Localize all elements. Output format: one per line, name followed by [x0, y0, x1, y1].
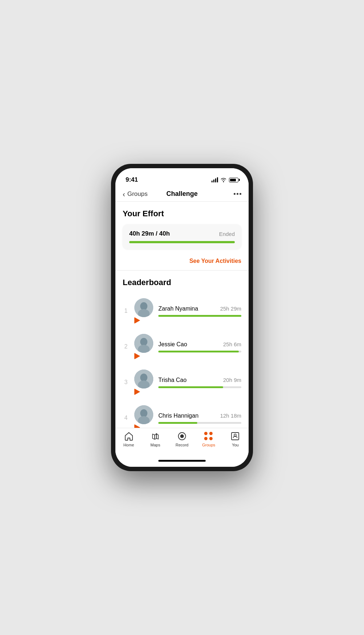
rank-number: 4 — [123, 415, 129, 421]
rank-number: 2 — [123, 343, 129, 350]
you-icon — [230, 431, 240, 441]
leaderboard-name: Chris Hannigan — [158, 413, 198, 419]
avatar — [134, 298, 153, 317]
effort-progress-bg — [129, 241, 235, 243]
effort-value: 40h 29m / 40h — [129, 230, 170, 237]
leaderboard-bar-fill — [158, 315, 241, 317]
tab-home[interactable]: Home — [115, 431, 142, 447]
tab-record[interactable]: Record — [169, 431, 195, 447]
status-icons — [211, 177, 238, 182]
leaderboard-time: 12h 18m — [220, 413, 241, 419]
svg-point-10 — [140, 409, 147, 417]
leaderboard-bar-bg — [158, 315, 241, 317]
avatar-image — [134, 334, 153, 353]
avatar — [134, 370, 153, 389]
signal-icon — [211, 177, 218, 182]
avatar-image — [134, 298, 153, 317]
tab-maps[interactable]: Maps — [142, 431, 169, 447]
leaderboard-section: Leaderboard — [115, 271, 249, 287]
leaderboard-info: Trisha Cao 20h 9m — [158, 377, 241, 388]
leaderboard-name: Trisha Cao — [158, 377, 187, 383]
groups-tab-label: Groups — [202, 443, 215, 447]
leaderboard-name: Zarah Nyamina — [158, 305, 198, 312]
svg-point-4 — [140, 338, 147, 346]
leaderboard-row[interactable]: 2 Jessie Cao 25h 6m — [115, 329, 249, 364]
effort-status: Ended — [219, 231, 235, 237]
you-tab-label: You — [232, 443, 239, 447]
phone-screen: 9:41 ‹ Groups Challenge — [115, 168, 249, 467]
leaderboard-name-row: Trisha Cao 20h 9m — [158, 377, 241, 383]
effort-goal: 40h — [159, 230, 170, 237]
svg-point-14 — [180, 434, 184, 438]
navigation-bar: ‹ Groups Challenge — [115, 186, 249, 202]
back-button[interactable]: ‹ Groups — [123, 190, 162, 198]
leaderboard-list: 1 Zarah Nyamina 25h 29m — [115, 293, 249, 428]
leaderboard-name-row: Chris Hannigan 12h 18m — [158, 413, 241, 419]
leaderboard-info: Jessie Cao 25h 6m — [158, 341, 241, 352]
effort-row: 40h 29m / 40h Ended — [129, 230, 235, 237]
leaderboard-row[interactable]: 1 Zarah Nyamina 25h 29m — [115, 293, 249, 329]
record-icon — [177, 431, 187, 441]
strava-badge-icon — [134, 317, 140, 324]
more-dot-3 — [240, 193, 241, 195]
groups-tab-icon — [203, 431, 214, 441]
effort-separator: / — [156, 230, 158, 237]
leaderboard-name-row: Zarah Nyamina 25h 29m — [158, 305, 241, 312]
home-bar — [158, 460, 206, 462]
svg-point-1 — [140, 302, 147, 310]
status-time: 9:41 — [126, 176, 138, 184]
leaderboard-row[interactable]: 3 Trisha Cao 20h 9m — [115, 364, 249, 400]
leaderboard-info: Chris Hannigan 12h 18m — [158, 413, 241, 424]
leaderboard-name-row: Jessie Cao 25h 6m — [158, 341, 241, 348]
more-button[interactable] — [202, 193, 241, 195]
battery-icon — [229, 178, 238, 182]
groups-icon — [204, 432, 213, 441]
avatar-wrap — [134, 334, 153, 359]
strava-badge-icon — [134, 389, 140, 395]
leaderboard-bar-fill — [158, 422, 197, 424]
tab-groups[interactable]: Groups — [195, 431, 222, 447]
effort-card: 40h 29m / 40h Ended — [123, 224, 241, 249]
leaderboard-title: Leaderboard — [123, 278, 241, 287]
leaderboard-bar-bg — [158, 386, 241, 388]
see-activities-link[interactable]: See Your Activities — [189, 258, 241, 264]
svg-point-7 — [140, 374, 147, 382]
leaderboard-bar-fill — [158, 351, 239, 352]
leaderboard-info: Zarah Nyamina 25h 29m — [158, 305, 241, 317]
maps-tab-label: Maps — [150, 443, 160, 447]
leaderboard-time: 25h 29m — [220, 305, 241, 312]
avatar — [134, 334, 153, 353]
leaderboard-bar-fill — [158, 386, 223, 388]
more-dot-2 — [237, 193, 238, 195]
home-tab-icon — [124, 431, 134, 441]
leaderboard-time: 25h 6m — [223, 341, 241, 347]
maps-tab-icon — [150, 431, 161, 441]
effort-section: Your Effort 40h 29m / 40h Ended — [115, 202, 249, 253]
maps-icon — [151, 431, 160, 441]
record-tab-icon — [177, 431, 187, 441]
effort-progress-fill — [129, 241, 235, 243]
avatar — [134, 405, 153, 424]
avatar-wrap — [134, 298, 153, 324]
effort-current: 40h 29m — [129, 230, 154, 237]
avatar-wrap — [134, 370, 153, 395]
effort-title: Your Effort — [123, 209, 241, 218]
main-content: Your Effort 40h 29m / 40h Ended — [115, 202, 249, 428]
rank-number: 1 — [123, 308, 129, 314]
strava-badge-icon — [134, 353, 140, 359]
tab-you[interactable]: You — [222, 431, 249, 447]
record-tab-label: Record — [175, 443, 188, 447]
back-label: Groups — [127, 190, 148, 198]
leaderboard-bar-bg — [158, 422, 241, 424]
home-icon — [124, 431, 134, 441]
wifi-icon — [220, 177, 227, 182]
leaderboard-row[interactable]: 4 Chris Hannigan 12h 18m — [115, 400, 249, 428]
more-dot-1 — [234, 193, 236, 195]
avatar-image — [134, 370, 153, 389]
see-activities-section: See Your Activities — [115, 253, 249, 271]
leaderboard-bar-bg — [158, 351, 241, 352]
tab-bar: Home Maps Record Groups — [115, 428, 249, 454]
avatar-image — [134, 405, 153, 424]
leaderboard-name: Jessie Cao — [158, 341, 187, 348]
page-title: Challenge — [162, 190, 202, 198]
